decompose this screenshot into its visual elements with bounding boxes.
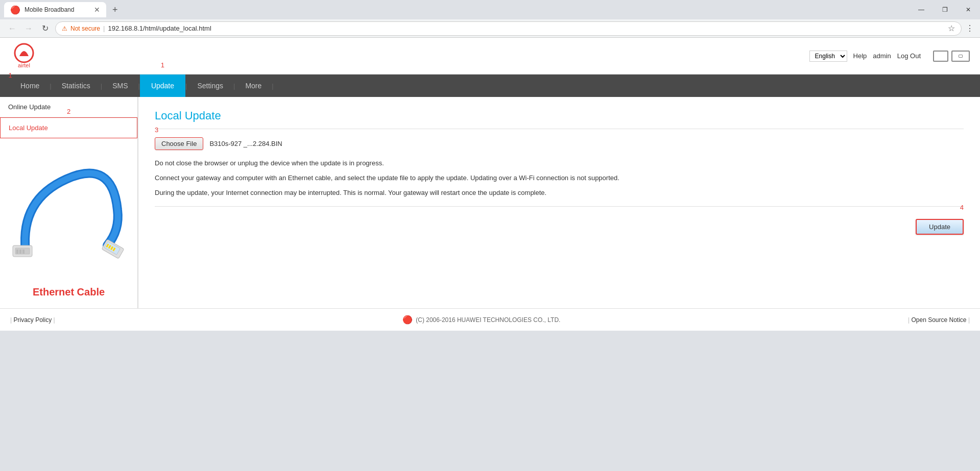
left-section: Online Update 2 Local Update — [0, 97, 138, 308]
tab-title: Mobile Broadband — [25, 6, 90, 13]
address-bar[interactable]: ⚠ Not secure | 192.168.8.1/html/update_l… — [55, 21, 962, 36]
airtel-logo: airtel — [10, 42, 38, 70]
nav-update[interactable]: 1 Update — [140, 75, 185, 97]
site-footer: | Privacy Policy | 🔴 (C) 2006-2016 HUAWE… — [0, 308, 980, 331]
site-header: airtel English Help admin Log Out — [0, 38, 980, 75]
update-button-area: 4 Update — [155, 215, 964, 235]
page-title: Local Update — [155, 109, 964, 129]
widescreen-icon[interactable] — [951, 51, 970, 62]
copyright-text: (C) 2006-2016 HUAWEI TECHNOLOGIES CO., L… — [416, 316, 560, 324]
security-warning-icon: ⚠ — [62, 25, 67, 32]
sidebar-item-local-update[interactable]: 2 Local Update — [0, 117, 137, 138]
info-text-2: Connect your gateway and computer with a… — [155, 173, 964, 184]
huawei-logo-icon: 🔴 — [402, 315, 413, 325]
info-text-3: During the update, your Internet connect… — [155, 188, 964, 199]
page-content: airtel English Help admin Log Out — [0, 38, 980, 331]
main-navigation: 1 Home | Statistics | SMS | 1 Update | S… — [0, 75, 980, 97]
language-select[interactable]: English — [809, 51, 847, 62]
ethernet-cable-area: Ethernet Cable — [0, 138, 138, 308]
back-button[interactable]: ← — [6, 22, 18, 35]
logout-link[interactable]: Log Out — [897, 52, 921, 60]
svg-rect-5 — [19, 250, 21, 254]
admin-label: admin — [873, 52, 891, 60]
url-text: 192.168.8.1/html/update_local.html — [108, 24, 211, 32]
close-button[interactable]: ✕ — [957, 0, 980, 19]
minimize-button[interactable]: — — [910, 0, 933, 19]
nav-settings[interactable]: Settings — [187, 76, 233, 96]
content-divider — [155, 206, 964, 207]
step1-label: 1 — [8, 71, 12, 79]
step4-number: 4 — [960, 204, 964, 211]
svg-text:airtel: airtel — [18, 62, 30, 68]
svg-rect-6 — [22, 250, 25, 254]
refresh-button[interactable]: ↻ — [39, 22, 51, 35]
browser-tab[interactable]: 🔴 Mobile Broadband ✕ — [4, 2, 106, 17]
footer-left: | Privacy Policy | — [10, 316, 55, 324]
monitor-icon[interactable] — [933, 51, 948, 62]
bookmark-icon[interactable]: ☆ — [948, 23, 955, 33]
ethernet-cable-label: Ethernet Cable — [33, 286, 105, 298]
update-button[interactable]: Update — [916, 219, 964, 235]
nav-more[interactable]: More — [235, 76, 272, 96]
info-text-1: Do not close the browser or unplug the d… — [155, 158, 964, 169]
file-name-display: B310s-927 _...2.284.BIN — [209, 140, 282, 147]
maximize-button[interactable]: ❐ — [933, 0, 957, 19]
help-link[interactable]: Help — [853, 52, 867, 60]
footer-center: 🔴 (C) 2006-2016 HUAWEI TECHNOLOGIES CO.,… — [402, 315, 560, 325]
ethernet-cable-svg — [5, 148, 133, 281]
step1-number: 1 — [161, 61, 164, 69]
forward-button[interactable]: → — [22, 22, 35, 35]
nav-home[interactable]: Home — [10, 76, 50, 96]
tab-close-button[interactable]: ✕ — [94, 6, 100, 14]
nav-statistics[interactable]: Statistics — [52, 76, 101, 96]
step3-number: 3 — [155, 126, 158, 134]
nav-sms[interactable]: SMS — [102, 76, 138, 96]
not-secure-label: Not secure — [70, 25, 100, 32]
privacy-policy-link[interactable]: Privacy Policy — [13, 316, 52, 324]
content-wrapper: Online Update 2 Local Update — [0, 97, 980, 308]
header-right: English Help admin Log Out — [809, 51, 970, 62]
new-tab-button[interactable]: + — [110, 3, 120, 17]
open-source-link[interactable]: Open Source Notice — [911, 316, 966, 324]
choose-file-button[interactable]: Choose File — [155, 137, 203, 150]
file-chooser-row: 3 Choose File B310s-927 _...2.284.BIN — [155, 137, 964, 150]
main-content-area: Local Update 3 Choose File B310s-927 _..… — [138, 97, 980, 308]
sidebar-nav: Online Update 2 Local Update — [0, 97, 137, 138]
browser-menu-button[interactable]: ⋮ — [966, 23, 974, 33]
footer-right: | Open Source Notice | — [908, 316, 970, 324]
tab-favicon: 🔴 — [10, 5, 20, 15]
airtel-logo-icon: airtel — [10, 42, 38, 70]
address-separator: | — [103, 24, 105, 32]
svg-rect-4 — [16, 250, 18, 254]
step2-number: 2 — [67, 108, 70, 115]
